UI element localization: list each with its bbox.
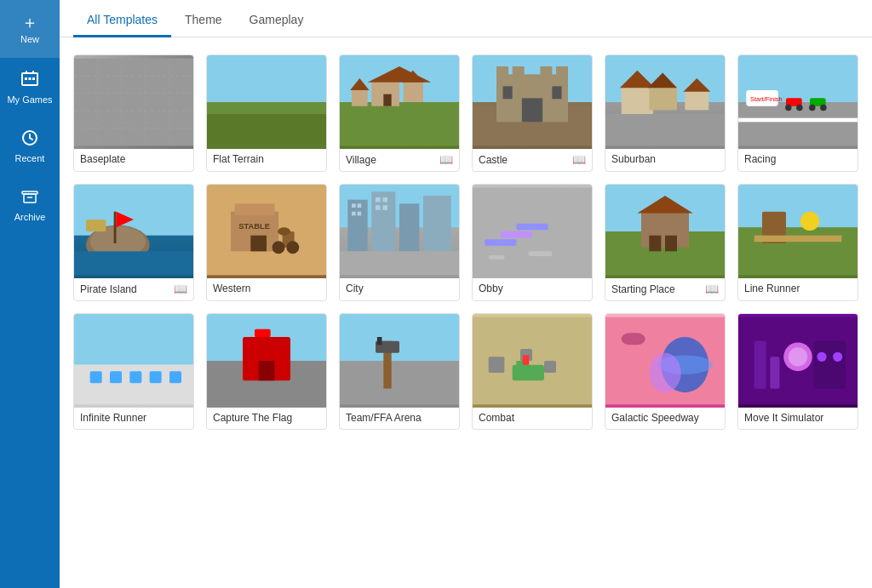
svg-rect-99 <box>738 188 858 228</box>
template-card-western[interactable]: STABLE Western <box>206 184 327 301</box>
templates-grid-area: Baseplate Flat Terrain Village📖 C <box>60 37 872 588</box>
template-name-starting-place: Starting Place <box>611 283 675 295</box>
template-card-galactic-speedway[interactable]: Galactic Speedway <box>605 313 726 430</box>
svg-rect-18 <box>207 114 326 146</box>
template-thumb-baseplate <box>74 55 193 149</box>
svg-rect-84 <box>399 203 419 251</box>
template-thumb-team-ffa-arena <box>340 314 459 408</box>
recent-icon <box>20 128 39 150</box>
book-icon-pirate-island: 📖 <box>174 283 187 295</box>
svg-rect-23 <box>383 94 391 106</box>
tab-gameplay[interactable]: Gameplay <box>236 4 318 37</box>
templates-grid: Baseplate Flat Terrain Village📖 C <box>73 54 858 430</box>
sidebar: ＋ New My Games Recent <box>0 0 60 588</box>
svg-rect-114 <box>255 329 271 337</box>
svg-rect-134 <box>754 341 766 389</box>
svg-rect-80 <box>376 197 381 203</box>
svg-rect-37 <box>552 86 561 99</box>
svg-rect-115 <box>259 361 275 380</box>
sidebar-item-archive[interactable]: Archive <box>0 175 60 234</box>
template-footer-pirate-island: Pirate Island📖 <box>74 278 193 300</box>
svg-rect-36 <box>502 86 512 99</box>
svg-point-139 <box>817 352 826 362</box>
svg-rect-135 <box>770 357 779 388</box>
svg-rect-2 <box>29 77 32 80</box>
svg-point-137 <box>789 347 807 366</box>
template-name-capture-the-flag: Capture The Flag <box>213 412 292 424</box>
archive-icon <box>20 187 39 208</box>
template-card-starting-place[interactable]: Starting Place📖 <box>605 184 726 301</box>
template-card-pirate-island[interactable]: Pirate Island📖 <box>73 184 194 301</box>
template-name-infinite-runner: Infinite Runner <box>80 412 146 424</box>
svg-rect-33 <box>540 66 552 78</box>
template-name-flat-terrain: Flat Terrain <box>213 153 264 165</box>
svg-rect-7 <box>74 59 193 146</box>
archive-label: Archive <box>14 212 46 222</box>
svg-point-56 <box>820 105 826 111</box>
svg-text:STABLE: STABLE <box>238 222 270 231</box>
svg-rect-88 <box>485 239 516 245</box>
template-name-move-it-simulator: Move It Simulator <box>744 412 823 424</box>
sidebar-item-recent[interactable]: Recent <box>0 117 60 175</box>
template-name-suburban: Suburban <box>611 153 656 165</box>
template-footer-combat: Combat <box>473 408 592 429</box>
svg-point-55 <box>809 105 815 111</box>
template-card-flat-terrain[interactable]: Flat Terrain <box>206 54 327 172</box>
template-card-suburban[interactable]: Suburban <box>605 54 726 172</box>
svg-point-140 <box>833 352 842 362</box>
template-name-baseplate: Baseplate <box>80 153 125 165</box>
svg-rect-76 <box>358 203 362 208</box>
template-footer-starting-place: Starting Place📖 <box>605 278 725 300</box>
template-card-city[interactable]: City <box>339 184 460 301</box>
svg-rect-138 <box>814 341 846 389</box>
template-card-combat[interactable]: Combat <box>472 313 593 430</box>
svg-rect-122 <box>489 357 505 373</box>
template-card-village[interactable]: Village📖 <box>339 54 460 172</box>
new-button[interactable]: ＋ New <box>0 0 60 58</box>
template-thumb-racing: Start/Finish <box>738 55 858 149</box>
template-footer-team-ffa-arena: Team/FFA Arena <box>340 408 459 429</box>
template-card-capture-the-flag[interactable]: Capture The Flag <box>206 313 327 430</box>
mygames-label: My Games <box>7 94 52 105</box>
template-thumb-capture-the-flag <box>207 314 326 408</box>
svg-rect-26 <box>352 90 368 106</box>
template-footer-line-runner: Line Runner <box>738 278 858 300</box>
template-footer-castle: Castle📖 <box>473 149 592 171</box>
template-footer-move-it-simulator: Move It Simulator <box>738 408 858 429</box>
svg-rect-68 <box>250 236 267 252</box>
template-footer-village: Village📖 <box>340 149 459 171</box>
tab-all-templates[interactable]: All Templates <box>73 4 171 37</box>
template-card-racing[interactable]: Start/Finish Racing <box>737 54 858 172</box>
svg-rect-106 <box>90 371 102 383</box>
template-footer-obby: Obby <box>473 278 592 300</box>
template-thumb-infinite-runner <box>74 314 193 408</box>
template-name-line-runner: Line Runner <box>744 283 800 294</box>
main-content: All Templates Theme Gameplay Baseplate F… <box>60 0 872 588</box>
svg-rect-116 <box>340 317 459 361</box>
template-card-line-runner[interactable]: Line Runner <box>737 184 858 301</box>
svg-rect-107 <box>110 371 122 383</box>
tab-theme[interactable]: Theme <box>171 4 236 37</box>
template-thumb-move-it-simulator <box>738 314 858 408</box>
template-card-move-it-simulator[interactable]: Move It Simulator <box>737 313 858 430</box>
template-card-obby[interactable]: Obby <box>472 184 593 301</box>
sidebar-item-mygames[interactable]: My Games <box>0 58 60 117</box>
svg-rect-127 <box>523 355 529 364</box>
new-label: New <box>20 34 39 44</box>
template-thumb-galactic-speedway <box>605 314 725 408</box>
book-icon-village: 📖 <box>439 153 453 166</box>
template-thumb-village <box>340 55 459 149</box>
template-name-western: Western <box>213 283 250 294</box>
template-name-village: Village <box>346 154 376 166</box>
template-card-infinite-runner[interactable]: Infinite Runner <box>73 313 194 430</box>
svg-rect-32 <box>513 66 525 78</box>
template-card-castle[interactable]: Castle📖 <box>472 54 593 172</box>
svg-rect-102 <box>754 236 842 242</box>
template-name-galactic-speedway: Galactic Speedway <box>611 412 699 424</box>
svg-rect-86 <box>340 251 459 275</box>
template-card-team-ffa-arena[interactable]: Team/FFA Arena <box>339 313 460 430</box>
template-footer-racing: Racing <box>738 149 858 170</box>
book-icon-starting-place: 📖 <box>705 283 719 295</box>
template-card-baseplate[interactable]: Baseplate <box>73 54 194 172</box>
template-thumb-combat <box>473 314 592 408</box>
